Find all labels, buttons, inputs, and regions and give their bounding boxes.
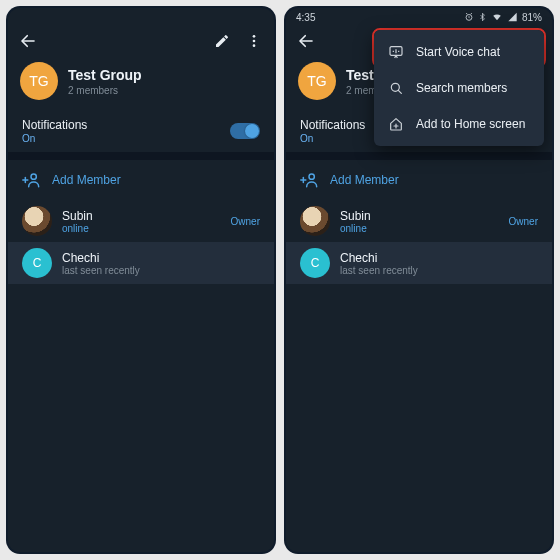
more-vert-icon bbox=[246, 33, 262, 49]
member-row[interactable]: C Chechi last seen recently bbox=[8, 242, 274, 284]
section-divider bbox=[8, 152, 274, 160]
svg-point-2 bbox=[253, 40, 256, 43]
group-avatar[interactable]: TG bbox=[298, 62, 336, 100]
member-row[interactable]: C Chechi last seen recently bbox=[286, 242, 552, 284]
voice-chat-icon bbox=[388, 44, 404, 60]
add-member-button[interactable]: Add Member bbox=[8, 160, 274, 200]
status-bar bbox=[8, 8, 274, 26]
signal-icon bbox=[507, 12, 518, 22]
status-bar: 4:35 81% bbox=[286, 8, 552, 26]
overflow-button[interactable] bbox=[240, 27, 268, 55]
member-role: Owner bbox=[509, 216, 538, 227]
menu-item-start-voice-chat[interactable]: Start Voice chat bbox=[374, 34, 544, 70]
section-divider bbox=[286, 152, 552, 160]
screenshot-left: TG Test Group 2 members Notifications On… bbox=[6, 6, 276, 554]
notifications-toggle[interactable] bbox=[230, 123, 260, 139]
svg-point-4 bbox=[31, 174, 36, 179]
member-status: last seen recently bbox=[340, 265, 418, 276]
member-status: online bbox=[62, 223, 93, 234]
member-role: Owner bbox=[231, 216, 260, 227]
group-subtitle: 2 members bbox=[68, 85, 142, 96]
back-button[interactable] bbox=[292, 27, 320, 55]
member-avatar: C bbox=[22, 248, 52, 278]
svg-line-14 bbox=[398, 90, 401, 93]
svg-point-3 bbox=[253, 44, 256, 47]
member-name: Chechi bbox=[62, 251, 140, 265]
back-button[interactable] bbox=[14, 27, 42, 55]
app-bar bbox=[8, 26, 274, 56]
group-header: TG Test Group 2 members bbox=[8, 56, 274, 110]
screenshot-right: 4:35 81% TG Test Group 2 members No bbox=[284, 6, 554, 554]
search-icon bbox=[388, 80, 404, 96]
svg-point-9 bbox=[309, 174, 314, 179]
member-name: Chechi bbox=[340, 251, 418, 265]
edit-button[interactable] bbox=[208, 27, 236, 55]
battery-percent: 81% bbox=[522, 12, 542, 23]
bluetooth-icon bbox=[478, 12, 487, 22]
svg-point-1 bbox=[253, 35, 256, 38]
member-avatar bbox=[300, 206, 330, 236]
overflow-menu: Start Voice chat Search members Add to H… bbox=[374, 30, 544, 146]
alarm-icon bbox=[464, 12, 474, 22]
menu-item-add-to-home[interactable]: Add to Home screen bbox=[374, 106, 544, 142]
add-member-button[interactable]: Add Member bbox=[286, 160, 552, 200]
add-member-icon bbox=[300, 170, 320, 190]
notifications-value: On bbox=[22, 133, 87, 144]
add-member-label: Add Member bbox=[52, 173, 121, 187]
notifications-row[interactable]: Notifications On bbox=[8, 110, 274, 152]
member-avatar: C bbox=[300, 248, 330, 278]
group-avatar[interactable]: TG bbox=[20, 62, 58, 100]
member-row[interactable]: Subin online Owner bbox=[8, 200, 274, 242]
add-member-label: Add Member bbox=[330, 173, 399, 187]
member-name: Subin bbox=[340, 209, 371, 223]
add-member-icon bbox=[22, 170, 42, 190]
member-status: last seen recently bbox=[62, 265, 140, 276]
member-name: Subin bbox=[62, 209, 93, 223]
member-avatar bbox=[22, 206, 52, 236]
member-row[interactable]: Subin online Owner bbox=[286, 200, 552, 242]
pencil-icon bbox=[214, 33, 230, 49]
notifications-label: Notifications bbox=[300, 118, 365, 132]
arrow-left-icon bbox=[297, 32, 315, 50]
member-status: online bbox=[340, 223, 371, 234]
menu-item-label: Search members bbox=[416, 81, 507, 95]
home-plus-icon bbox=[388, 116, 404, 132]
menu-item-label: Start Voice chat bbox=[416, 45, 500, 59]
menu-item-search-members[interactable]: Search members bbox=[374, 70, 544, 106]
wifi-icon bbox=[491, 12, 503, 22]
notifications-label: Notifications bbox=[22, 118, 87, 132]
status-time: 4:35 bbox=[296, 12, 315, 23]
group-title: Test Group bbox=[68, 67, 142, 83]
notifications-value: On bbox=[300, 133, 365, 144]
arrow-left-icon bbox=[19, 32, 37, 50]
status-icons: 81% bbox=[464, 12, 542, 23]
menu-item-label: Add to Home screen bbox=[416, 117, 525, 131]
